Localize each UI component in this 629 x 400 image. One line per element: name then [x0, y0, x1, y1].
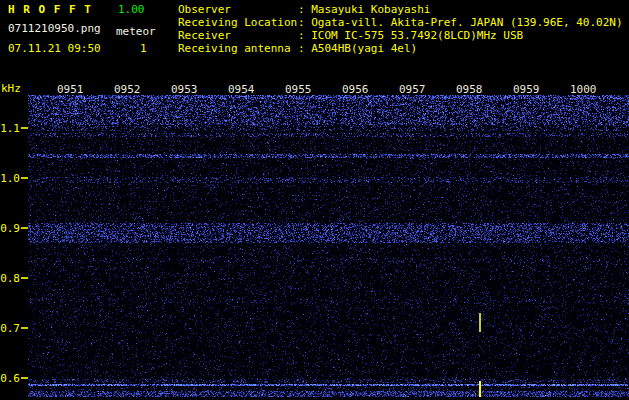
spectrogram-canvas: [28, 95, 629, 397]
freq-label: 1.1: [0, 122, 20, 135]
freq-label: 0.6: [0, 372, 20, 385]
freq-tick: [21, 277, 28, 279]
receiver-value: : ICOM IC-575 53.7492(8LCD)MHz USB: [298, 29, 523, 42]
freq-tick: [21, 127, 28, 129]
location-label: Receiving Location: [178, 16, 298, 29]
app-version: 1.00: [118, 3, 145, 16]
antenna-label: Receiving antenna: [178, 42, 298, 55]
freq-tick: [21, 327, 28, 329]
freq-tick: [21, 227, 28, 229]
info-row-antenna: Receiving antenna: A504HB(yagi 4el): [178, 42, 623, 55]
freq-tick: [21, 177, 28, 179]
info-row-receiver: Receiver: ICOM IC-575 53.7492(8LCD)MHz U…: [178, 29, 623, 42]
observation-datetime: 07.11.21 09:50: [8, 42, 101, 55]
freq-tick: [21, 377, 28, 379]
hrofft-output-screen: H R O F F T 1.00 0711210950.png meteor 0…: [0, 0, 629, 400]
station-info: Observer: Masayuki Kobayashi Receiving L…: [178, 3, 623, 55]
freq-label: 0.8: [0, 272, 20, 285]
receiver-label: Receiver: [178, 29, 298, 42]
frequency-axis: 1.1 1.0 0.9 0.8 0.7 0.6: [0, 95, 28, 397]
freq-label: 0.9: [0, 222, 20, 235]
info-row-observer: Observer: Masayuki Kobayashi: [178, 3, 623, 16]
info-row-location: Receiving Location: Ogata-vill. Akita-Pr…: [178, 16, 623, 29]
mode-label: meteor: [116, 25, 156, 38]
meteor-count: 1: [140, 42, 147, 55]
location-value: : Ogata-vill. Akita-Pref. JAPAN (139.96E…: [298, 16, 623, 29]
output-filename: 0711210950.png: [8, 22, 101, 35]
freq-label: 0.7: [0, 322, 20, 335]
antenna-value: : A504HB(yagi 4el): [298, 42, 417, 55]
observer-label: Observer: [178, 3, 298, 16]
app-title: H R O F F T: [8, 3, 92, 16]
freq-unit-label: kHz: [1, 82, 21, 95]
time-axis: 0951 0952 0953 0954 0955 0956 0957 0958 …: [28, 83, 629, 95]
observer-value: : Masayuki Kobayashi: [298, 3, 430, 16]
freq-label: 1.0: [0, 172, 20, 185]
